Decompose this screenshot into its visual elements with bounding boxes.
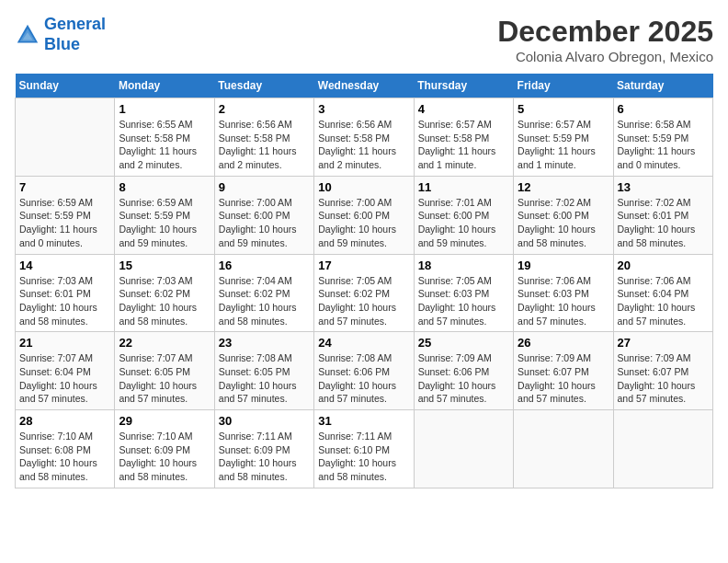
calendar-cell: 28Sunrise: 7:10 AMSunset: 6:08 PMDayligh…: [16, 410, 115, 488]
calendar-table: SundayMondayTuesdayWednesdayThursdayFrid…: [15, 74, 713, 488]
calendar-cell: 6Sunrise: 6:58 AMSunset: 5:59 PMDaylight…: [613, 98, 712, 177]
day-number: 4: [418, 102, 509, 116]
day-number: 11: [418, 180, 509, 194]
day-number: 8: [119, 180, 210, 194]
day-info: Sunrise: 7:09 AMSunset: 6:07 PMDaylight:…: [618, 351, 709, 406]
logo-icon: [15, 22, 40, 48]
calendar-cell: 17Sunrise: 7:05 AMSunset: 6:02 PMDayligh…: [314, 254, 414, 332]
day-number: 19: [518, 259, 609, 272]
calendar-cell: [514, 410, 613, 488]
calendar-cell: 25Sunrise: 7:09 AMSunset: 6:06 PMDayligh…: [414, 332, 513, 410]
day-info: Sunrise: 7:03 AMSunset: 6:02 PMDaylight:…: [119, 274, 210, 328]
calendar-week-row: 1Sunrise: 6:55 AMSunset: 5:58 PMDaylight…: [16, 98, 713, 177]
day-number: 27: [618, 336, 709, 350]
day-number: 31: [318, 414, 409, 428]
calendar-cell: [414, 410, 513, 488]
day-number: 24: [318, 336, 409, 350]
calendar-cell: 12Sunrise: 7:02 AMSunset: 6:00 PMDayligh…: [514, 176, 613, 254]
calendar-cell: 8Sunrise: 6:59 AMSunset: 5:59 PMDaylight…: [115, 176, 214, 254]
day-number: 21: [19, 336, 110, 350]
weekday-header: Monday: [115, 74, 214, 98]
day-number: 7: [19, 180, 110, 194]
logo: General Blue: [15, 15, 106, 54]
logo-text: General Blue: [44, 15, 106, 54]
day-info: Sunrise: 6:56 AMSunset: 5:58 PMDaylight:…: [318, 118, 409, 172]
logo-line2: Blue: [44, 35, 80, 53]
day-number: 13: [618, 180, 709, 194]
day-info: Sunrise: 7:11 AMSunset: 6:10 PMDaylight:…: [318, 430, 409, 484]
weekday-header: Wednesday: [314, 74, 414, 98]
day-number: 30: [219, 414, 310, 428]
title-block: December 2025 Colonia Alvaro Obregon, Me…: [497, 15, 713, 64]
day-number: 20: [618, 259, 709, 272]
calendar-cell: 29Sunrise: 7:10 AMSunset: 6:09 PMDayligh…: [115, 410, 214, 488]
day-info: Sunrise: 7:11 AMSunset: 6:09 PMDaylight:…: [219, 430, 310, 484]
weekday-header: Saturday: [613, 74, 712, 98]
day-info: Sunrise: 7:07 AMSunset: 6:05 PMDaylight:…: [119, 351, 210, 406]
weekday-header: Friday: [514, 74, 613, 98]
calendar-cell: 3Sunrise: 6:56 AMSunset: 5:58 PMDaylight…: [314, 98, 414, 177]
weekday-header: Sunday: [16, 74, 115, 98]
calendar-cell: 19Sunrise: 7:06 AMSunset: 6:03 PMDayligh…: [514, 254, 613, 332]
day-number: 9: [219, 180, 310, 194]
calendar-cell: 16Sunrise: 7:04 AMSunset: 6:02 PMDayligh…: [214, 254, 313, 332]
day-info: Sunrise: 7:08 AMSunset: 6:05 PMDaylight:…: [219, 351, 310, 406]
day-number: 14: [19, 259, 110, 272]
day-info: Sunrise: 7:10 AMSunset: 6:09 PMDaylight:…: [119, 430, 210, 484]
day-info: Sunrise: 6:57 AMSunset: 5:59 PMDaylight:…: [518, 118, 609, 172]
day-number: 5: [518, 102, 609, 116]
weekday-header: Tuesday: [214, 74, 313, 98]
day-info: Sunrise: 6:58 AMSunset: 5:59 PMDaylight:…: [618, 118, 709, 172]
month-title: December 2025: [497, 15, 713, 49]
day-info: Sunrise: 6:57 AMSunset: 5:58 PMDaylight:…: [418, 118, 509, 172]
day-number: 22: [119, 336, 210, 350]
calendar-cell: 7Sunrise: 6:59 AMSunset: 5:59 PMDaylight…: [16, 176, 115, 254]
day-info: Sunrise: 7:09 AMSunset: 6:07 PMDaylight:…: [518, 351, 609, 406]
day-number: 3: [318, 102, 409, 116]
weekday-header: Thursday: [414, 74, 513, 98]
day-number: 2: [219, 102, 310, 116]
day-info: Sunrise: 7:05 AMSunset: 6:03 PMDaylight:…: [418, 274, 509, 328]
day-number: 28: [19, 414, 110, 428]
calendar-cell: 30Sunrise: 7:11 AMSunset: 6:09 PMDayligh…: [214, 410, 313, 488]
weekday-header-row: SundayMondayTuesdayWednesdayThursdayFrid…: [16, 74, 713, 98]
calendar-cell: 13Sunrise: 7:02 AMSunset: 6:01 PMDayligh…: [613, 176, 712, 254]
calendar-cell: 27Sunrise: 7:09 AMSunset: 6:07 PMDayligh…: [613, 332, 712, 410]
calendar-cell: 31Sunrise: 7:11 AMSunset: 6:10 PMDayligh…: [314, 410, 414, 488]
day-info: Sunrise: 7:00 AMSunset: 6:00 PMDaylight:…: [318, 196, 409, 250]
day-number: 29: [119, 414, 210, 428]
calendar-cell: [613, 410, 712, 488]
day-info: Sunrise: 7:07 AMSunset: 6:04 PMDaylight:…: [19, 351, 110, 406]
day-info: Sunrise: 7:01 AMSunset: 6:00 PMDaylight:…: [418, 196, 509, 250]
calendar-cell: 20Sunrise: 7:06 AMSunset: 6:04 PMDayligh…: [613, 254, 712, 332]
day-info: Sunrise: 6:59 AMSunset: 5:59 PMDaylight:…: [19, 196, 110, 250]
calendar-cell: [16, 98, 115, 177]
calendar-cell: 4Sunrise: 6:57 AMSunset: 5:58 PMDaylight…: [414, 98, 513, 177]
day-number: 23: [219, 336, 310, 350]
calendar-week-row: 28Sunrise: 7:10 AMSunset: 6:08 PMDayligh…: [16, 410, 713, 488]
calendar-cell: 15Sunrise: 7:03 AMSunset: 6:02 PMDayligh…: [115, 254, 214, 332]
day-info: Sunrise: 7:02 AMSunset: 6:01 PMDaylight:…: [618, 196, 709, 250]
calendar-cell: 5Sunrise: 6:57 AMSunset: 5:59 PMDaylight…: [514, 98, 613, 177]
day-info: Sunrise: 7:05 AMSunset: 6:02 PMDaylight:…: [318, 274, 409, 328]
day-number: 25: [418, 336, 509, 350]
calendar-cell: 21Sunrise: 7:07 AMSunset: 6:04 PMDayligh…: [16, 332, 115, 410]
day-info: Sunrise: 7:02 AMSunset: 6:00 PMDaylight:…: [518, 196, 609, 250]
calendar-week-row: 21Sunrise: 7:07 AMSunset: 6:04 PMDayligh…: [16, 332, 713, 410]
day-number: 26: [518, 336, 609, 350]
calendar-cell: 2Sunrise: 6:56 AMSunset: 5:58 PMDaylight…: [214, 98, 313, 177]
day-number: 12: [518, 180, 609, 194]
calendar-cell: 18Sunrise: 7:05 AMSunset: 6:03 PMDayligh…: [414, 254, 513, 332]
day-info: Sunrise: 7:09 AMSunset: 6:06 PMDaylight:…: [418, 351, 509, 406]
day-info: Sunrise: 7:03 AMSunset: 6:01 PMDaylight:…: [19, 274, 110, 328]
location: Colonia Alvaro Obregon, Mexico: [497, 49, 713, 64]
day-info: Sunrise: 7:04 AMSunset: 6:02 PMDaylight:…: [219, 274, 310, 328]
day-number: 16: [219, 259, 310, 272]
day-info: Sunrise: 7:06 AMSunset: 6:04 PMDaylight:…: [618, 274, 709, 328]
calendar-cell: 22Sunrise: 7:07 AMSunset: 6:05 PMDayligh…: [115, 332, 214, 410]
day-info: Sunrise: 7:08 AMSunset: 6:06 PMDaylight:…: [318, 351, 409, 406]
page-header: General Blue December 2025 Colonia Alvar…: [15, 15, 713, 64]
day-number: 10: [318, 180, 409, 194]
day-info: Sunrise: 6:59 AMSunset: 5:59 PMDaylight:…: [119, 196, 210, 250]
day-info: Sunrise: 7:00 AMSunset: 6:00 PMDaylight:…: [219, 196, 310, 250]
